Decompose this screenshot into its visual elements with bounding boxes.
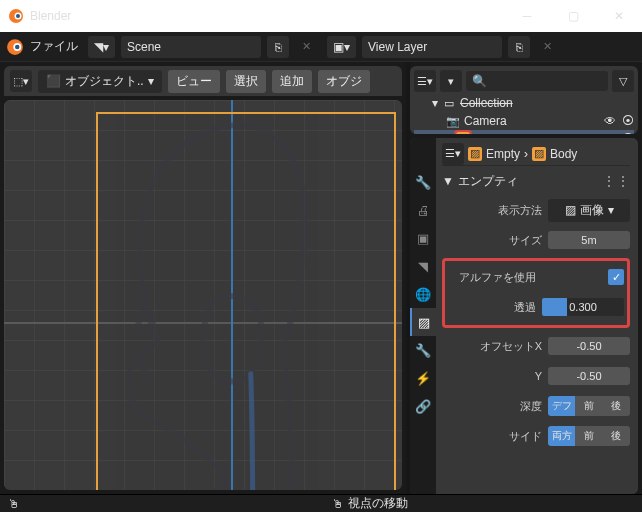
- render-icon[interactable]: ⦿: [622, 132, 634, 134]
- new-scene-button[interactable]: ⎘: [267, 36, 289, 58]
- new-viewlayer-button[interactable]: ⎘: [508, 36, 530, 58]
- empty-panel-header[interactable]: ▼ エンプティ ⋮⋮: [442, 170, 630, 192]
- mouse-left-icon: 🖱: [8, 497, 20, 511]
- depth-label: 深度: [442, 399, 542, 414]
- delete-scene-button[interactable]: ✕: [295, 36, 317, 58]
- camera-icon: 📷: [446, 114, 460, 128]
- outliner-camera-row[interactable]: 📷Camera👁⦿: [414, 112, 634, 130]
- offset-x-field[interactable]: -0.50: [548, 337, 630, 355]
- object-menu[interactable]: オブジ: [318, 70, 370, 93]
- tab-viewlayer[interactable]: ▣: [410, 224, 436, 252]
- delete-viewlayer-button[interactable]: ✕: [536, 36, 558, 58]
- tab-scene[interactable]: ◥: [410, 252, 436, 280]
- viewlayer-name-field[interactable]: View Layer: [362, 36, 502, 58]
- properties-breadcrumb: ☰▾ ▨ Empty › ▨ Body: [442, 142, 630, 166]
- collection-icon: ▭: [442, 96, 456, 110]
- visibility-icon[interactable]: 👁: [604, 114, 616, 128]
- panel-options-icon[interactable]: ⋮⋮: [602, 173, 630, 189]
- 3d-viewport: ⬚▾ ⬛オブジェクト..▾ ビュー 選択 追加 オブジ: [0, 62, 410, 494]
- viewport-header: ⬚▾ ⬛オブジェクト..▾ ビュー 選択 追加 オブジ: [4, 66, 402, 96]
- outliner-search[interactable]: 🔍: [466, 71, 608, 91]
- window-controls: ─ ▢ ✕: [512, 9, 634, 23]
- tab-world[interactable]: 🌐: [410, 280, 436, 308]
- highlighted-region: アルファを使用 ✓ 透過 0.300: [442, 258, 630, 328]
- properties-panel: 🔧 🖨 ▣ ◥ 🌐 ▨ 🔧 ⚡ 🔗 ☰▾ ▨ Empty › ▨ Body: [410, 138, 638, 494]
- outliner-editor-type[interactable]: ☰▾: [414, 70, 436, 92]
- maximize-button[interactable]: ▢: [558, 9, 588, 23]
- opacity-label: 透過: [448, 300, 536, 315]
- tab-output[interactable]: 🖨: [410, 196, 436, 224]
- panel-title: エンプティ: [458, 173, 518, 190]
- size-label: サイズ: [442, 233, 542, 248]
- side-segmented[interactable]: 両方前後: [548, 426, 630, 446]
- tab-render[interactable]: 🔧: [410, 168, 436, 196]
- svg-point-2: [16, 14, 20, 18]
- tab-object[interactable]: ▨: [410, 308, 436, 336]
- breadcrumb-object[interactable]: Empty: [486, 147, 520, 161]
- disclosure-icon: ▼: [442, 174, 454, 188]
- outliner-empty-row[interactable]: ▸▨Empty👁⦿: [414, 130, 634, 134]
- add-menu[interactable]: 追加: [272, 70, 312, 93]
- opacity-slider[interactable]: 0.300: [542, 298, 624, 316]
- display-as-label: 表示方法: [442, 203, 542, 218]
- blender-logo-icon: [6, 38, 24, 56]
- mouse-middle-icon: 🖱: [332, 497, 344, 511]
- offset-y-field[interactable]: -0.50: [548, 367, 630, 385]
- viewport-canvas[interactable]: [4, 100, 402, 490]
- status-nav: 視点の移動: [348, 495, 408, 512]
- image-empty-icon: ▨: [468, 147, 482, 161]
- use-alpha-checkbox[interactable]: ✓: [608, 269, 624, 285]
- outliner-display-mode[interactable]: ▾: [440, 70, 462, 92]
- tab-physics[interactable]: ⚡: [410, 364, 436, 392]
- image-empty-icon: ▨: [456, 132, 470, 134]
- depth-segmented[interactable]: デフ前後: [548, 396, 630, 416]
- tab-modifiers[interactable]: 🔧: [410, 336, 436, 364]
- side-label: サイド: [442, 429, 542, 444]
- outliner-panel: ☰▾ ▾ 🔍 ▽ ▾▭Collection 📷Camera👁⦿ ▸▨Empty👁…: [410, 66, 638, 134]
- viewlayer-selector-icon[interactable]: ▣▾: [327, 36, 356, 58]
- tab-constraints[interactable]: 🔗: [410, 392, 436, 420]
- image-icon: ▨: [532, 147, 546, 161]
- scene-selector-icon[interactable]: ◥▾: [88, 36, 115, 58]
- size-field[interactable]: 5m: [548, 231, 630, 249]
- outliner-collection-row[interactable]: ▾▭Collection: [414, 94, 634, 112]
- offset-y-label: Y: [442, 370, 542, 382]
- window-titlebar: Blender ─ ▢ ✕: [0, 0, 642, 32]
- minimize-button[interactable]: ─: [512, 9, 542, 23]
- breadcrumb-data[interactable]: Body: [550, 147, 577, 161]
- blender-logo-icon: [8, 8, 24, 24]
- outliner-filter[interactable]: ▽: [612, 70, 634, 92]
- mode-selector[interactable]: ⬛オブジェクト..▾: [38, 70, 162, 93]
- use-alpha-label: アルファを使用: [448, 270, 536, 285]
- opacity-value: 0.300: [542, 298, 624, 316]
- offset-x-label: オフセットX: [442, 339, 542, 354]
- image-icon: ▨: [565, 203, 576, 217]
- file-menu[interactable]: ファイル: [30, 38, 78, 55]
- status-bar: 🖱 🖱視点の移動: [0, 494, 642, 512]
- view-menu[interactable]: ビュー: [168, 70, 220, 93]
- properties-editor-type[interactable]: ☰▾: [442, 143, 464, 165]
- visibility-icon[interactable]: 👁: [604, 132, 616, 134]
- render-icon[interactable]: ⦿: [622, 114, 634, 128]
- scene-name-field[interactable]: Scene: [121, 36, 261, 58]
- search-icon: 🔍: [472, 74, 487, 88]
- svg-point-5: [15, 44, 20, 49]
- display-as-dropdown[interactable]: ▨画像▾: [548, 199, 630, 222]
- reference-image: [4, 100, 402, 490]
- close-button[interactable]: ✕: [604, 9, 634, 23]
- select-menu[interactable]: 選択: [226, 70, 266, 93]
- top-menu-bar: ファイル ◥▾ Scene ⎘ ✕ ▣▾ View Layer ⎘ ✕: [0, 32, 642, 62]
- properties-tabs: 🔧 🖨 ▣ ◥ 🌐 ▨ 🔧 ⚡ 🔗: [410, 138, 436, 494]
- editor-type-button[interactable]: ⬚▾: [10, 70, 32, 92]
- app-title: Blender: [30, 9, 71, 23]
